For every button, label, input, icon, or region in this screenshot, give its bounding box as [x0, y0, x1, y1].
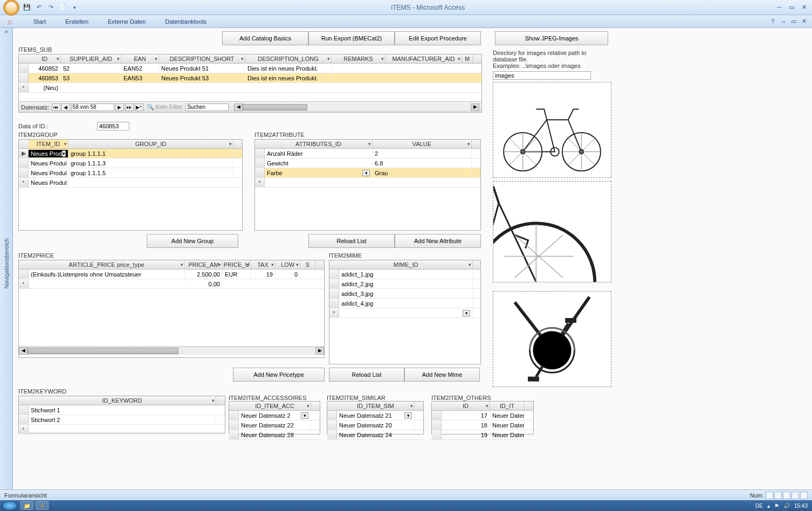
- ribbon-tab-start[interactable]: Start: [24, 18, 56, 25]
- save-icon[interactable]: 💾: [23, 3, 31, 12]
- undo-icon[interactable]: ↶: [35, 3, 43, 12]
- item2mime-grid[interactable]: MIME_ID▾ addict_1.jpg addict_2.jpg addic…: [329, 260, 481, 364]
- ribbon-tab-externe-daten[interactable]: Externe Daten: [98, 18, 155, 25]
- col-manufacturer-aid[interactable]: MANUFACTURER_AID▾: [386, 54, 462, 63]
- col-group-id[interactable]: GROUP_ID▾: [68, 140, 233, 148]
- cell-ean[interactable]: EAN52: [121, 65, 159, 72]
- show-jpeg-images-button[interactable]: Show JPEG-Images: [495, 31, 608, 45]
- item2attribute-grid[interactable]: ATTRIBUTES_ID▾ VALUE▾ Anzahl Räder2 Gewi…: [254, 139, 481, 231]
- tray-flag-icon[interactable]: ⚑: [774, 503, 779, 509]
- hscroll-right-icon[interactable]: ▶: [315, 347, 324, 355]
- col-item-id[interactable]: ITEM_ID▾: [29, 140, 68, 148]
- dropdown-icon[interactable]: ▾: [362, 170, 370, 176]
- add-new-group-button[interactable]: Add New Group: [147, 234, 238, 248]
- new-row-label[interactable]: (Neu): [29, 84, 61, 92]
- edit-export-procedure-button[interactable]: Edit Export Procedure: [395, 31, 481, 45]
- office-button[interactable]: [3, 0, 19, 16]
- redo-icon[interactable]: ↷: [46, 3, 55, 12]
- nav-last-icon[interactable]: ⏭: [125, 103, 134, 111]
- col-desc-long[interactable]: DESCRIPTION_LONG▾: [245, 54, 332, 63]
- col-price-type[interactable]: ARTICLE_PRICE price_type▾: [29, 260, 185, 269]
- nav-prev-icon[interactable]: ◀: [61, 103, 70, 111]
- tray-clock[interactable]: 15:43: [794, 503, 808, 509]
- add-new-pricetype-button[interactable]: Add New Pricetype: [233, 368, 325, 382]
- ribbon-tab-datenbanktools[interactable]: Datenbanktools: [155, 18, 216, 25]
- images-path-input[interactable]: [493, 71, 591, 80]
- item2group-grid[interactable]: ITEM_ID▾ GROUP_ID▾ ▶ Neues Prod▾ group 1…: [18, 139, 243, 231]
- add-new-attribute-button[interactable]: Add New Attribute: [395, 234, 481, 248]
- language-indicator[interactable]: DE: [755, 503, 763, 509]
- col-mime-id[interactable]: MIME_ID▾: [339, 260, 473, 269]
- col-id[interactable]: ID▾: [29, 54, 61, 63]
- access-taskbar-icon[interactable]: A: [36, 501, 49, 510]
- hscroll-left-icon[interactable]: ◀: [234, 103, 243, 111]
- hscroll-left-icon[interactable]: ◀: [19, 347, 27, 355]
- col-value[interactable]: VALUE▾: [373, 140, 472, 148]
- nav-first-icon[interactable]: ⏮: [52, 103, 60, 111]
- navigation-pane-collapsed[interactable]: » Navigationsbereich: [0, 28, 13, 489]
- restore-button[interactable]: ▭: [789, 4, 794, 11]
- windows-taskbar: 📁 A DE ▴ ⚑ 🔊 15:43: [0, 500, 812, 511]
- cell-id[interactable]: 460853: [29, 74, 61, 82]
- col-id-item-sim[interactable]: ID_ITEM_SIM▾: [337, 402, 415, 410]
- item2keyword-grid[interactable]: ID_KEYWORD▾ Stichwort 1 Stichwort 2 *: [18, 396, 225, 433]
- nav-search-input[interactable]: [185, 103, 229, 111]
- cell-id[interactable]: 460852: [29, 65, 61, 72]
- item2price-grid[interactable]: ARTICLE_PRICE price_type▾ PRICE_AM▾ PRIC…: [18, 260, 325, 358]
- col-price-am[interactable]: PRICE_AM▾: [185, 260, 223, 269]
- items-sub-grid[interactable]: ID▾ SUPPLIER_AID▾ EAN▾ DESCRIPTION_SHORT…: [18, 54, 482, 113]
- col-m[interactable]: M: [462, 54, 473, 63]
- navpane-toggle-icon[interactable]: »: [0, 28, 12, 38]
- item2item-sim-grid[interactable]: ID_ITEM_SIM▾ Neuer Datensatz 21▾ Neuer D…: [327, 401, 424, 434]
- cell-desc-long[interactable]: Dies ist ein neues Produkt.: [245, 65, 332, 72]
- qat-dropdown-icon[interactable]: ▾: [70, 3, 79, 12]
- hscroll-thumb[interactable]: [27, 348, 178, 354]
- dropdown-icon[interactable]: ▾: [463, 310, 470, 316]
- start-button[interactable]: [2, 501, 17, 510]
- col-desc-short[interactable]: DESCRIPTION_SHORT▾: [159, 54, 245, 63]
- close-button[interactable]: ✕: [802, 4, 807, 11]
- ribbon-tab-erstellen[interactable]: Erstellen: [56, 18, 98, 25]
- tray-up-icon[interactable]: ▴: [767, 503, 770, 509]
- doc-minimize-button[interactable]: ─: [781, 18, 786, 25]
- view-switcher[interactable]: [766, 492, 808, 499]
- help-icon[interactable]: ？: [770, 17, 776, 25]
- nav-next-icon[interactable]: ▶: [115, 103, 124, 111]
- bike-image-3: [493, 292, 611, 386]
- nav-position-input[interactable]: [71, 103, 114, 111]
- item2item-acc-grid[interactable]: ID_ITEM_ACC▾ Neuer Datensatz 2▾ Neuer Da…: [229, 401, 320, 434]
- col-low[interactable]: LOW▾: [276, 260, 300, 269]
- col-id-it[interactable]: ID_IT: [490, 402, 525, 410]
- reload-mime-list-button[interactable]: Reload List: [329, 368, 404, 382]
- dropdown-icon[interactable]: ▾: [404, 412, 412, 419]
- dropdown-icon[interactable]: ▾: [301, 412, 308, 419]
- nav-new-icon[interactable]: ▶*: [135, 103, 143, 111]
- item2item-oth-grid[interactable]: ID▾ID_IT 17Neuer Daten 18Neuer Daten 19N…: [431, 401, 534, 434]
- add-catalog-basics-button[interactable]: Add Catalog Basics: [222, 31, 308, 45]
- col-id[interactable]: ID▾: [442, 402, 490, 410]
- cell-item-selected[interactable]: Neues Prod▾: [29, 150, 68, 157]
- reload-attribute-list-button[interactable]: Reload List: [308, 234, 395, 248]
- cell-desc-short[interactable]: Neues Produkt 51: [159, 65, 245, 72]
- data-of-id-input[interactable]: [97, 122, 129, 130]
- col-id-item-acc[interactable]: ID_ITEM_ACC▾: [239, 402, 311, 410]
- hscroll-right-icon[interactable]: ▶: [471, 103, 479, 111]
- new-icon[interactable]: 📄: [58, 3, 67, 12]
- col-ean[interactable]: EAN▾: [121, 54, 159, 63]
- col-attributes-id[interactable]: ATTRIBUTES_ID▾: [265, 140, 373, 148]
- doc-restore-button[interactable]: ▭: [791, 18, 796, 25]
- hscroll-thumb[interactable]: [243, 104, 307, 111]
- explorer-taskbar-icon[interactable]: 📁: [20, 501, 33, 510]
- col-tax[interactable]: TAX▾: [251, 260, 276, 269]
- add-new-mime-button[interactable]: Add New Mime: [404, 368, 480, 382]
- col-id-keyword[interactable]: ID_KEYWORD▾: [29, 396, 216, 405]
- minimize-button[interactable]: ─: [777, 4, 781, 11]
- col-price-u[interactable]: PRICE_U▾: [223, 260, 251, 269]
- cell-supplier[interactable]: 52: [61, 65, 121, 72]
- col-supplier-aid[interactable]: SUPPLIER_AID▾: [61, 54, 121, 63]
- doc-close-button[interactable]: ✕: [802, 18, 807, 25]
- tray-volume-icon[interactable]: 🔊: [783, 503, 790, 509]
- run-export-button[interactable]: Run Export (BMECat2): [308, 31, 395, 45]
- col-remarks[interactable]: REMARKS▾: [332, 54, 386, 63]
- col-s[interactable]: S: [300, 260, 315, 269]
